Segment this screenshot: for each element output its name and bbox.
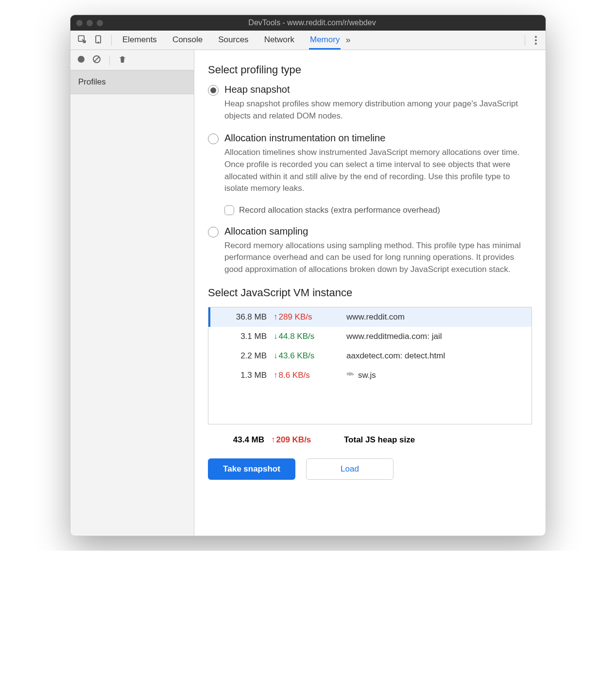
vm-instance-row[interactable]: 3.1 MB↓44.8 KB/swww.redditmedia.com: jai…	[208, 327, 531, 346]
devtools-window: DevTools - www.reddit.com/r/webdev Eleme…	[70, 15, 546, 536]
tab-network[interactable]: Network	[263, 31, 295, 50]
window-title: DevTools - www.reddit.com/r/webdev	[109, 18, 515, 27]
main-panel: Select profiling type Heap snapshotHeap …	[194, 50, 546, 536]
option-description: Allocation timelines show instrumented J…	[224, 147, 532, 195]
arrow-up-icon: ↑	[274, 371, 278, 380]
load-button[interactable]: Load	[306, 458, 394, 480]
profile-option: Heap snapshotHeap snapshot profiles show…	[208, 84, 532, 122]
arrow-down-icon: ↓	[274, 332, 278, 341]
vm-rate: ↑8.6 KB/s	[274, 371, 337, 380]
close-window-button[interactable]	[76, 20, 83, 26]
service-worker-icon	[346, 370, 354, 380]
vm-rate: ↓43.6 KB/s	[274, 351, 337, 361]
sidebar-item-profiles[interactable]: Profiles	[70, 70, 194, 94]
vm-name: www.reddit.com	[337, 312, 531, 322]
zoom-window-button[interactable]	[97, 20, 103, 26]
traffic-lights	[76, 20, 103, 26]
vm-size: 1.3 MB	[210, 371, 274, 380]
clear-icon[interactable]	[92, 54, 102, 66]
total-label: Total JS heap size	[334, 435, 532, 445]
vm-name: aaxdetect.com: detect.html	[337, 351, 531, 361]
profile-option: Allocation samplingRecord memory allocat…	[208, 226, 532, 276]
settings-menu-icon[interactable]	[530, 36, 542, 45]
tab-console[interactable]: Console	[171, 31, 204, 50]
minimize-window-button[interactable]	[86, 20, 93, 26]
vm-instance-row[interactable]: 36.8 MB↑289 KB/swww.reddit.com	[208, 307, 531, 327]
panel-tabs: ElementsConsoleSourcesNetworkMemory	[121, 31, 341, 50]
radio-button[interactable]	[208, 227, 219, 237]
vm-size: 3.1 MB	[210, 332, 274, 341]
record-stacks-checkbox-row: Record allocation stacks (extra performa…	[224, 205, 532, 215]
sidebar-item-label: Profiles	[78, 77, 106, 86]
record-stacks-label: Record allocation stacks (extra performa…	[239, 205, 440, 215]
totals-row: 43.4 MB ↑209 KB/s Total JS heap size	[208, 428, 532, 452]
arrow-up-icon: ↑	[274, 312, 278, 322]
record-stacks-checkbox[interactable]	[224, 205, 234, 215]
vm-name: sw.js	[337, 370, 531, 380]
option-title: Allocation instrumentation on timeline	[224, 133, 532, 144]
arrow-up-icon: ↑	[271, 435, 275, 445]
tab-elements[interactable]: Elements	[121, 31, 158, 50]
profile-option: Allocation instrumentation on timelineAl…	[208, 133, 532, 195]
vm-instance-row[interactable]: 2.2 MB↓43.6 KB/saaxdetect.com: detect.ht…	[208, 346, 531, 366]
inspect-element-icon[interactable]	[77, 34, 87, 46]
radio-button[interactable]	[208, 134, 219, 144]
take-snapshot-button[interactable]: Take snapshot	[208, 458, 295, 480]
vm-size: 2.2 MB	[210, 351, 274, 361]
option-title: Allocation sampling	[224, 226, 532, 237]
total-rate: ↑209 KB/s	[271, 435, 334, 445]
option-description: Record memory allocations using sampling…	[224, 240, 532, 276]
vm-size: 36.8 MB	[210, 312, 274, 322]
tabbar: ElementsConsoleSourcesNetworkMemory »	[70, 31, 546, 50]
arrow-down-icon: ↓	[274, 351, 278, 361]
record-icon[interactable]	[76, 54, 86, 66]
vm-instance-heading: Select JavaScript VM instance	[208, 287, 532, 299]
vm-rate: ↓44.8 KB/s	[274, 332, 337, 341]
tab-sources[interactable]: Sources	[217, 31, 249, 50]
option-title: Heap snapshot	[224, 84, 532, 95]
tab-memory[interactable]: Memory	[309, 31, 341, 50]
option-description: Heap snapshot profiles show memory distr…	[224, 98, 532, 122]
device-toolbar-icon[interactable]	[94, 34, 103, 46]
total-size: 43.4 MB	[208, 435, 271, 445]
radio-button[interactable]	[208, 85, 219, 96]
sidebar-toolbar	[70, 50, 194, 70]
vm-instance-table: 36.8 MB↑289 KB/swww.reddit.com3.1 MB↓44.…	[208, 307, 532, 424]
sidebar: Profiles	[70, 50, 194, 536]
titlebar: DevTools - www.reddit.com/r/webdev	[70, 15, 546, 31]
vm-rate: ↑289 KB/s	[274, 312, 337, 322]
profiling-type-heading: Select profiling type	[208, 64, 532, 76]
more-tabs-icon[interactable]: »	[341, 35, 355, 45]
svg-point-3	[78, 56, 85, 63]
vm-name: www.redditmedia.com: jail	[337, 332, 531, 341]
delete-icon[interactable]	[118, 54, 127, 66]
svg-line-5	[94, 57, 99, 62]
vm-instance-row[interactable]: 1.3 MB↑8.6 KB/ssw.js	[208, 366, 531, 385]
